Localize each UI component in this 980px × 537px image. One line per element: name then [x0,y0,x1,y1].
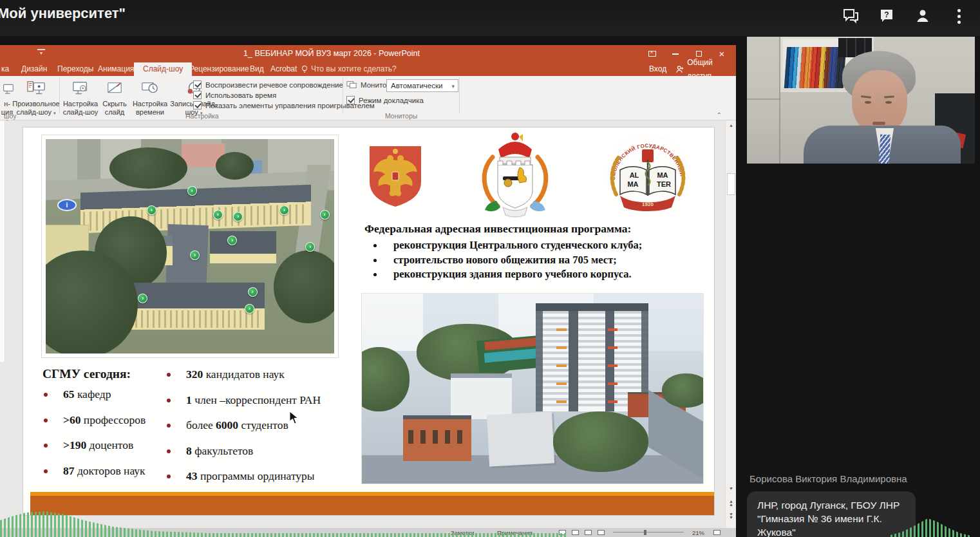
university-emblem: СМОЛЕНСКИЙ ГОСУДАРСТВЕННЫЙ МЕДИЦИНСКИЙ У… [606,133,690,220]
monitor-small-icon [346,80,357,90]
sign-in-link[interactable]: Вход [649,62,666,76]
powerpoint-window: ▾ 1_ ВЕБИНАР МОЙ ВУЗ март 2026 - PowerPo… [0,45,736,537]
stat-item: >60 профессоров [63,413,146,427]
program-item: реконструкция здания первого учебного ко… [364,267,715,282]
program-item: реконструкция Центрального студенческого… [364,238,715,253]
stats-left-list: 65 кафедр >60 профессоров >190 доцентов … [63,388,146,489]
campus-aerial-photo: i › › › › › › › › › › › › [41,135,339,358]
svg-text:TER: TER [657,180,671,188]
stats-title: СГМУ сегодня: [42,367,131,381]
participants-icon[interactable] [913,6,932,26]
stat-item: 320 кандидатов наук [186,368,321,381]
presenter-face [852,70,907,135]
panorama-marker: › [147,205,156,215]
panorama-marker: › [187,186,197,196]
hide-slide-button[interactable]: Скрытьслайд [100,80,129,116]
share-person-icon [676,65,684,73]
checkbox-checked-icon [193,80,202,89]
help-icon[interactable]: ? [877,6,896,26]
slide-canvas: i › › › › › › › › › › › › [23,127,715,516]
group-label-monitors: Мониторы [385,112,417,120]
tab-partial[interactable]: ка [0,62,10,76]
aerial-image: i › › › › › › › › › › › › [46,139,334,353]
tab-view[interactable]: Вид [249,62,265,76]
ppt-titlebar: ▾ 1_ ВЕБИНАР МОЙ ВУЗ март 2026 - PowerPo… [0,45,736,62]
lightbulb-icon [301,65,308,74]
custom-show-icon [26,80,46,98]
minimize-icon[interactable] [664,45,687,62]
mouse-cursor [289,411,299,425]
tab-design[interactable]: Дизайн [20,62,48,76]
panorama-marker: › [305,242,315,252]
checkbox-checked-icon [193,101,202,109]
ribbon-separator [343,78,343,114]
ppt-ribbon: н- ция ▾ Произвольное слайд-шоу ▾ Настро… [0,76,736,120]
tab-slideshow[interactable]: Слайд-шоу [134,62,192,76]
monitor-dropdown[interactable]: Автоматически [386,79,458,92]
stat-item: >190 доцентов [63,438,146,452]
tab-transitions[interactable]: Переходы [56,62,95,76]
russia-coat-of-arms [366,144,425,212]
panorama-marker: › [227,236,237,245]
panorama-marker: › [320,210,330,220]
setup-slideshow-button[interactable]: Настройкаслайд-шоу [62,80,99,116]
group-label-setup: Настройка [185,112,219,120]
zoom-slider[interactable] [613,532,684,532]
tab-animations[interactable]: Анимация [97,62,135,76]
custom-slideshow-button[interactable]: Произвольное слайд-шоу ▾ [15,80,57,116]
tab-acrobat[interactable]: Acrobat [269,62,298,76]
slide-area: i › › › › › › › › › › › › [0,120,725,528]
checkbox-use-timings[interactable]: Использовать время [193,91,276,99]
meeting-title: Мой университет" [0,5,126,22]
screen: Мой университет" ? ▾ 1_ ВЕБИНАР МОЙ ВУЗ … [0,0,980,537]
binders [784,47,846,88]
program-list: реконструкция Центрального студенческого… [364,238,715,282]
rehearse-timings-button[interactable]: Настройкавремени [131,80,169,116]
info-marker: i [57,199,77,211]
ribbon-display-options-icon[interactable] [641,45,664,62]
scrollbar-thumb[interactable] [727,173,735,195]
stat-item: 65 кафедр [63,388,146,401]
slide-footer-band [30,492,715,516]
scroll-down-icon[interactable]: ▼ [727,486,735,491]
fit-to-window-icon[interactable] [713,530,721,535]
webcam-video[interactable] [747,37,975,164]
ppt-window-title: 1_ ВЕБИНАР МОЙ ВУЗ март 2026 - PowerPoin… [232,49,431,58]
ribbon-separator [459,78,460,114]
stat-item: 1 член –корреспондент РАН [186,393,321,407]
panorama-marker: › [279,205,289,215]
group-label-start-partial: шоу [4,112,16,120]
svg-text:1920: 1920 [642,202,654,207]
panorama-marker: › [248,287,258,297]
view-sorter-icon[interactable] [572,530,579,535]
svg-text:?: ? [884,10,889,19]
next-slide-icon[interactable]: ▼▼ [727,513,735,519]
stat-item: 87 докторов наук [63,464,146,478]
panorama-marker: › [213,210,223,220]
collapse-ribbon-icon[interactable]: ⌃ [717,111,722,118]
chat-icon[interactable] [841,6,860,26]
previous-slide-icon[interactable]: ▲▲ [727,500,735,506]
share-button[interactable]: Общий доступ [676,62,736,76]
svg-text:MA: MA [627,180,638,188]
program-item: строительство нового общежития на 705 ме… [364,253,715,268]
ppt-ribbon-tabs: ка Дизайн Переходы Анимация Слайд-шоу Ре… [0,62,736,76]
stat-item: более 6000 студентов [186,419,321,432]
slide-scrollbar: ▲ ▼ ▲▲ ▼▼ [725,120,736,528]
checkbox-presenter-view[interactable]: Режим докладчика [346,96,424,104]
view-slideshow-icon[interactable] [598,530,605,535]
stats-right-list: 320 кандидатов наук 1 член –корреспонден… [186,368,321,495]
presenter-tie [879,135,890,164]
view-reading-icon[interactable] [585,530,592,535]
more-menu-icon[interactable] [949,6,968,26]
scroll-up-icon[interactable]: ▲ [727,123,735,127]
zoom-percent[interactable]: 21% [692,529,704,536]
tab-review[interactable]: Рецензирование [188,62,250,76]
checkbox-play-narration[interactable]: Воспроизвести речевое сопровождение [193,80,343,89]
quick-access-toolbar-icon[interactable]: ▾ [37,49,45,57]
monitor-icon [1,81,14,98]
ribbon-separator [59,78,60,114]
topbar-actions: ? [841,6,968,26]
stat-item: 8 факультетов [186,444,321,458]
tell-me-box[interactable]: Что вы хотите сделать? [301,62,397,76]
